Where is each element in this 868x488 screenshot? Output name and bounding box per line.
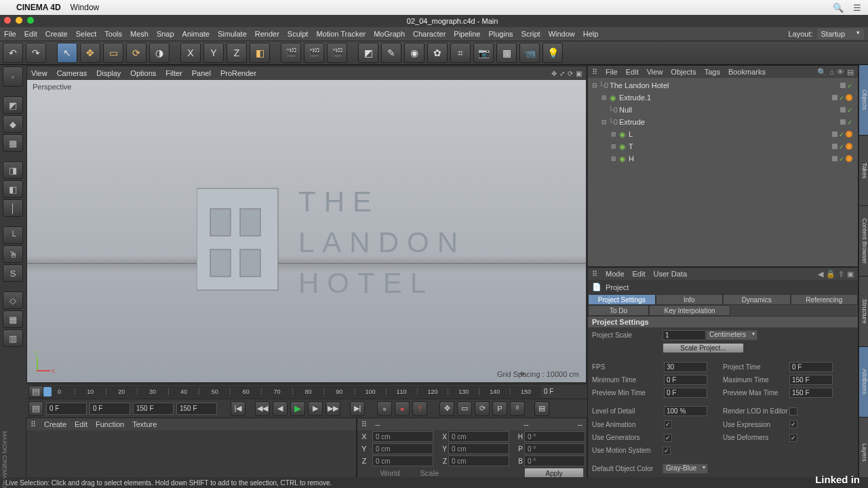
- menu-select[interactable]: Select: [76, 30, 97, 38]
- obj-menu-tags[interactable]: Tags: [705, 68, 720, 76]
- menu-window[interactable]: Window: [549, 30, 575, 38]
- go-end-button[interactable]: ▶|: [350, 401, 365, 416]
- next-key-button[interactable]: ▶▶: [326, 401, 340, 416]
- menu-animate[interactable]: Animate: [182, 30, 210, 38]
- scale-button[interactable]: ▭: [103, 43, 123, 63]
- go-start-button[interactable]: |◀: [231, 401, 245, 416]
- menu-snap[interactable]: Snap: [157, 30, 174, 38]
- points-mode-button[interactable]: ◨: [3, 161, 23, 179]
- locked-workplane-button[interactable]: ▦: [3, 310, 23, 328]
- object-name[interactable]: L: [627, 130, 633, 138]
- object-row[interactable]: ⊟└0Extrude✓: [588, 116, 858, 128]
- pos-track-button[interactable]: ✥: [439, 401, 454, 416]
- scale-track-button[interactable]: ▭: [457, 401, 472, 416]
- tab-referencing[interactable]: Referencing: [791, 294, 859, 305]
- add-deformer-button[interactable]: ⌗: [450, 43, 471, 63]
- use-animation-check[interactable]: [664, 420, 672, 428]
- playhead[interactable]: [43, 387, 52, 396]
- layer-dot-icon[interactable]: [840, 107, 846, 113]
- undo-button[interactable]: ↶: [3, 43, 23, 63]
- tab-dynamics[interactable]: Dynamics: [723, 294, 791, 305]
- polys-mode-button[interactable]: │: [3, 199, 23, 217]
- move-button[interactable]: ✥: [80, 43, 100, 63]
- object-tree[interactable]: ⊟└0The Landon Hotel✓⊞◉Extrude.1✓└0Null✓⊟…: [588, 78, 858, 266]
- axis-x-button[interactable]: X: [180, 43, 201, 63]
- preview-start-field[interactable]: 0 F: [90, 403, 130, 415]
- menu-help[interactable]: Help: [583, 30, 599, 38]
- last-tool-button[interactable]: ◑: [149, 43, 170, 63]
- size-z-field[interactable]: 0 cm: [448, 455, 509, 466]
- frame-end-field[interactable]: 150 F: [176, 403, 217, 415]
- obj-menu-view[interactable]: View: [647, 68, 663, 76]
- scale-project-button[interactable]: Scale Project...: [663, 343, 744, 353]
- vp-menu-prorender[interactable]: ProRender: [220, 69, 256, 77]
- menu-edit[interactable]: Edit: [24, 30, 37, 38]
- visibility-check-icon[interactable]: ✓: [839, 131, 844, 138]
- prev-key-button[interactable]: ◀◀: [255, 401, 270, 416]
- menu-file[interactable]: File: [4, 30, 16, 38]
- record-button[interactable]: ●: [377, 401, 392, 416]
- object-row[interactable]: ⊞◉L✓: [588, 128, 858, 140]
- visibility-check-icon[interactable]: ✓: [839, 155, 844, 163]
- vp-rotate-icon[interactable]: ⟳: [568, 70, 573, 77]
- visibility-check-icon[interactable]: ✓: [847, 119, 852, 126]
- tweak-mode-button[interactable]: 🖱: [3, 245, 23, 263]
- expand-icon[interactable]: ⊞: [600, 94, 608, 101]
- vp-menu-display[interactable]: Display: [96, 69, 121, 77]
- obj-menu-edit[interactable]: Edit: [626, 68, 639, 76]
- expand-icon[interactable]: ⊟: [600, 119, 608, 125]
- object-row[interactable]: ⊞◉T✓: [588, 140, 858, 152]
- attr-menu-mode[interactable]: Mode: [606, 270, 625, 278]
- expand-icon[interactable]: ⊞: [610, 143, 618, 150]
- layer-dot-icon[interactable]: [840, 119, 846, 125]
- planar-workplane-button[interactable]: ▥: [3, 329, 23, 347]
- menu-sculpt[interactable]: Sculpt: [288, 30, 309, 38]
- render-pv-button[interactable]: 🎬: [304, 43, 324, 63]
- timeline-powerslider-icon[interactable]: ▤: [28, 386, 43, 398]
- object-name[interactable]: Null: [618, 106, 632, 114]
- texture-mode-button[interactable]: ◆: [3, 115, 23, 133]
- object-row[interactable]: ⊟└0The Landon Hotel✓: [588, 79, 858, 92]
- vp-zoom-icon[interactable]: ⤢: [559, 70, 565, 77]
- layer-dot-icon[interactable]: [832, 95, 837, 100]
- menu-render[interactable]: Render: [255, 30, 279, 38]
- render-settings-button[interactable]: 🎬: [327, 43, 347, 63]
- project-scale-field[interactable]: 1: [663, 330, 706, 340]
- visibility-check-icon[interactable]: ✓: [839, 94, 844, 102]
- timeline-ruler[interactable]: ▤ 0102030405060708090100110120130140150 …: [26, 384, 587, 399]
- mac-menu-window[interactable]: Window: [71, 3, 100, 12]
- preview-min-field[interactable]: 0 F: [664, 388, 707, 398]
- dock-tab-structure[interactable]: Structure: [859, 277, 868, 347]
- object-name[interactable]: Extrude.1: [618, 94, 651, 102]
- visibility-check-icon[interactable]: ✓: [847, 106, 852, 114]
- redo-button[interactable]: ↷: [26, 43, 46, 63]
- axis-mode-button[interactable]: └: [3, 226, 23, 244]
- prev-frame-button[interactable]: ◀: [273, 401, 288, 416]
- app-name[interactable]: CINEMA 4D: [16, 3, 61, 12]
- use-generators-check[interactable]: [664, 434, 672, 442]
- axis-z-button[interactable]: Z: [226, 43, 247, 63]
- close-button[interactable]: [4, 17, 11, 24]
- mat-menu-edit[interactable]: Edit: [75, 420, 87, 428]
- attr-lock-icon[interactable]: 🔒: [826, 270, 835, 279]
- edges-mode-button[interactable]: ◧: [3, 180, 23, 198]
- vp-toggle-icon[interactable]: ▣: [576, 70, 582, 77]
- layer-dot-icon[interactable]: [840, 83, 846, 88]
- use-expression-check[interactable]: [789, 420, 797, 428]
- timeline-options-button[interactable]: ▤: [28, 401, 43, 416]
- attr-menu-edit[interactable]: Edit: [633, 270, 646, 278]
- menu-simulate[interactable]: Simulate: [218, 30, 247, 38]
- list-icon[interactable]: ☰: [853, 3, 861, 13]
- expand-icon[interactable]: ⊞: [610, 131, 618, 138]
- expand-icon[interactable]: ⊟: [591, 82, 599, 89]
- minimize-button[interactable]: [16, 17, 22, 24]
- min-time-field[interactable]: 0 F: [664, 375, 707, 385]
- mat-menu-function[interactable]: Function: [96, 420, 124, 428]
- add-floor-button[interactable]: ▦: [496, 43, 517, 63]
- mat-menu-create[interactable]: Create: [44, 420, 66, 428]
- mat-menu-texture[interactable]: Texture: [132, 420, 157, 428]
- attr-up-icon[interactable]: ⇧: [838, 270, 844, 279]
- tag-icon[interactable]: [846, 155, 852, 162]
- tab-todo[interactable]: To Do: [588, 305, 649, 316]
- add-array-button[interactable]: ✿: [427, 43, 448, 63]
